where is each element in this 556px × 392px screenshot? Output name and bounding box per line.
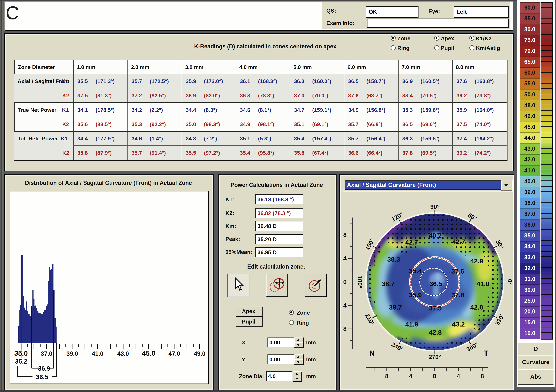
svg-text:8: 8 (480, 373, 484, 379)
svg-text:N: N (369, 349, 375, 357)
svg-text:35.2: 35.2 (15, 358, 27, 365)
svg-text:4: 4 (457, 373, 460, 379)
svg-text:47.0: 47.0 (169, 350, 180, 357)
svg-text:41.0: 41.0 (477, 280, 489, 288)
svg-text:T: T (484, 349, 488, 357)
svg-text:45.0: 45.0 (142, 349, 155, 357)
svg-text:41.9: 41.9 (405, 321, 418, 328)
svg-text:49.0: 49.0 (194, 350, 206, 357)
svg-text:4: 4 (343, 255, 347, 262)
svg-text:36.5: 36.5 (429, 280, 442, 288)
svg-text:38.7: 38.7 (382, 280, 395, 288)
svg-text:38.3: 38.3 (387, 256, 400, 263)
svg-text:0°: 0° (507, 279, 512, 285)
svg-text:39.7: 39.7 (389, 304, 402, 311)
svg-text:35.9: 35.9 (409, 291, 422, 299)
svg-text:180°: 180° (356, 276, 363, 288)
svg-text:8: 8 (343, 232, 347, 238)
svg-text:30°: 30° (495, 239, 505, 250)
svg-text:4: 4 (409, 373, 412, 379)
svg-text:8: 8 (385, 373, 388, 379)
svg-text:42.8: 42.8 (429, 329, 442, 336)
svg-text:43.0: 43.0 (117, 350, 129, 357)
svg-text:8: 8 (343, 326, 347, 332)
svg-text:37.6: 37.6 (451, 268, 464, 275)
svg-text:42.7: 42.7 (452, 238, 465, 245)
svg-text:270°: 270° (429, 354, 441, 360)
svg-text:60°: 60° (467, 212, 478, 222)
svg-text:42.9: 42.9 (470, 257, 483, 265)
svg-text:90°: 90° (430, 204, 439, 210)
svg-text:37.0: 37.0 (41, 350, 53, 357)
svg-text:37.5: 37.5 (429, 305, 442, 312)
svg-text:36.5: 36.5 (36, 374, 48, 380)
svg-text:36.9: 36.9 (38, 365, 50, 372)
svg-text:42.0: 42.0 (470, 304, 483, 311)
svg-text:40.2: 40.2 (429, 232, 442, 239)
svg-text:39.0: 39.0 (66, 350, 78, 357)
svg-text:37.8: 37.8 (451, 291, 464, 299)
svg-text:43.2: 43.2 (452, 321, 465, 328)
svg-text:41.0: 41.0 (92, 350, 103, 357)
svg-text:0: 0 (433, 373, 436, 379)
svg-text:0: 0 (343, 279, 347, 285)
svg-text:35.4: 35.4 (409, 267, 422, 275)
svg-text:42.7: 42.7 (405, 239, 418, 246)
svg-text:4: 4 (343, 302, 347, 309)
